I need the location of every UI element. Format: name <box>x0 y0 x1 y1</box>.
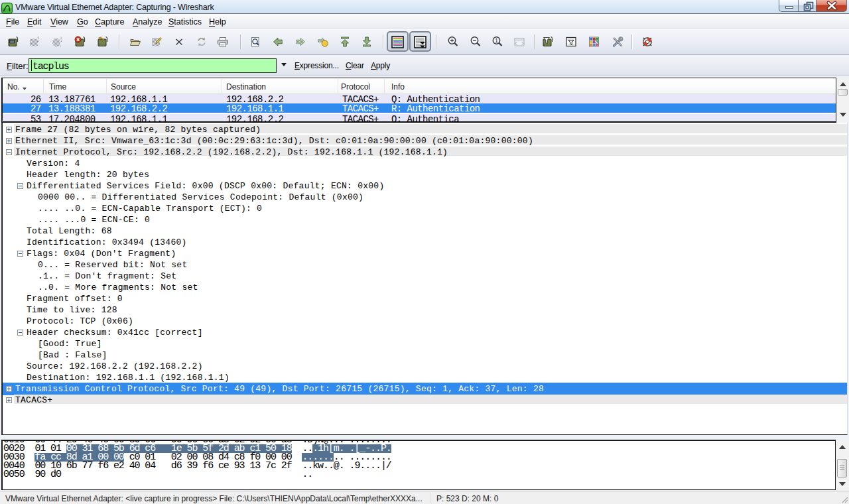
svg-text:1: 1 <box>495 37 498 44</box>
